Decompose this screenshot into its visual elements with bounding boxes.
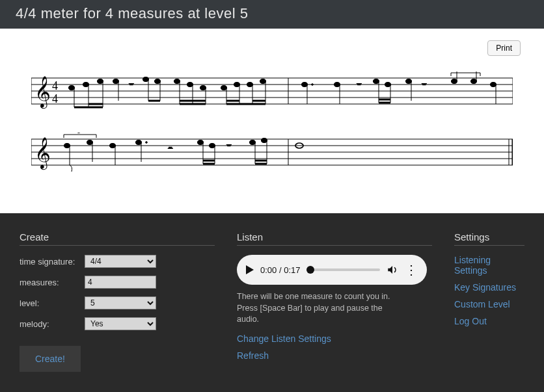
settings-link-listening[interactable]: Listening Settings xyxy=(454,255,524,276)
svg-point-49 xyxy=(374,79,379,84)
svg-point-92 xyxy=(210,144,215,148)
create-button[interactable]: Create! xyxy=(20,346,81,372)
svg-point-60 xyxy=(471,79,477,84)
audio-seek[interactable] xyxy=(306,268,380,271)
svg-point-28 xyxy=(200,86,206,90)
time-signature-label: time signature: xyxy=(20,257,85,267)
svg-point-38 xyxy=(260,79,266,84)
svg-point-97 xyxy=(250,140,256,145)
page-title: 4/4 meter for 4 measures at level 5 xyxy=(16,5,528,22)
volume-icon[interactable] xyxy=(387,264,398,276)
svg-point-16 xyxy=(113,79,119,84)
svg-point-62 xyxy=(491,83,496,87)
svg-point-26 xyxy=(187,83,193,87)
svg-point-12 xyxy=(98,79,103,84)
music-notation: 𝄞 4 4 𝄻 xyxy=(20,72,524,176)
melody-label: melody: xyxy=(20,319,85,329)
settings-link-custom-level[interactable]: Custom Level xyxy=(454,299,524,309)
svg-point-34 xyxy=(234,83,240,87)
treble-clef-icon: 𝄞 xyxy=(34,76,51,109)
settings-heading: Settings xyxy=(454,231,524,246)
svg-point-77 xyxy=(64,144,70,148)
svg-point-10 xyxy=(83,83,89,87)
svg-point-79 xyxy=(87,140,93,145)
listen-heading: Listen xyxy=(237,231,432,246)
triplet-label: 3 xyxy=(463,72,467,73)
print-button[interactable]: Print xyxy=(487,40,521,56)
settings-panel: Settings Listening Settings Key Signatur… xyxy=(454,231,524,372)
svg-point-51 xyxy=(385,83,391,87)
time-signature-select[interactable]: 4/4 xyxy=(85,255,156,268)
svg-point-19 xyxy=(143,77,149,82)
audio-player[interactable]: 0:00 / 0:17 ⋮ xyxy=(237,255,427,285)
svg-point-24 xyxy=(174,79,180,84)
svg-point-43 xyxy=(302,83,308,87)
create-panel: Create time signature: 4/4 measures: lev… xyxy=(20,231,215,372)
svg-point-46 xyxy=(334,83,340,87)
svg-point-55 xyxy=(406,79,412,84)
svg-point-32 xyxy=(221,86,227,90)
play-icon[interactable] xyxy=(246,265,254,274)
time-sig-bottom: 4 xyxy=(52,92,58,105)
listen-note: There will be one measure to count you i… xyxy=(237,291,406,326)
svg-point-86 xyxy=(136,140,142,145)
svg-point-90 xyxy=(198,140,204,145)
sheet-area: Print 𝄞 4 4 𝄻 xyxy=(0,29,544,213)
time-sig-top: 4 xyxy=(52,79,58,92)
change-listen-settings-link[interactable]: Change Listen Settings xyxy=(237,333,432,344)
audio-time: 0:00 / 0:17 xyxy=(260,265,300,275)
measures-label: measures: xyxy=(20,278,85,287)
refresh-link[interactable]: Refresh xyxy=(237,350,432,361)
triplet-label: 3 xyxy=(77,133,81,135)
level-label: level: xyxy=(20,298,85,308)
svg-point-99 xyxy=(262,138,267,143)
settings-link-key-signatures[interactable]: Key Signatures xyxy=(454,282,524,293)
svg-point-36 xyxy=(247,83,253,87)
svg-point-45 xyxy=(312,84,314,86)
level-select[interactable]: 5 xyxy=(85,296,156,309)
melody-select[interactable]: Yes xyxy=(85,317,156,330)
listen-panel: Listen 0:00 / 0:17 ⋮ There will be one m… xyxy=(237,231,432,372)
svg-point-81 xyxy=(110,144,116,148)
svg-point-88 xyxy=(146,142,148,144)
svg-point-8 xyxy=(69,86,75,90)
measures-input[interactable] xyxy=(85,276,156,289)
settings-link-log-out[interactable]: Log Out xyxy=(454,316,524,326)
svg-text:𝄼: 𝄼 xyxy=(168,147,173,149)
svg-point-58 xyxy=(452,79,457,84)
create-heading: Create xyxy=(20,231,215,246)
treble-clef-icon: 𝄞 xyxy=(34,137,51,170)
svg-point-21 xyxy=(155,79,161,84)
